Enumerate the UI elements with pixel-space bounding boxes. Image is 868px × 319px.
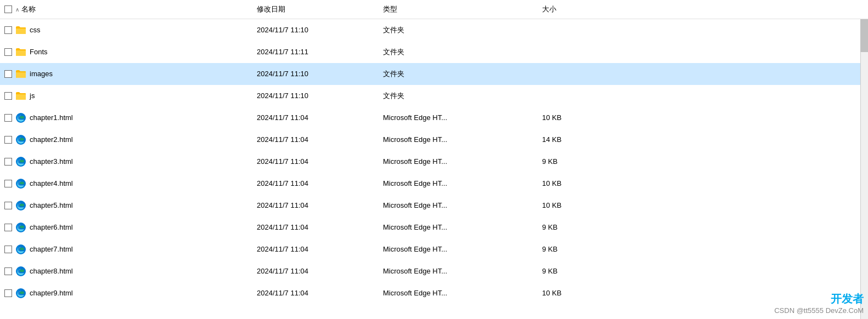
file-name: chapter9.html [30, 289, 73, 297]
col-type-header[interactable]: 类型 [379, 2, 538, 16]
cell-date: 2024/11/7 11:04 [252, 179, 379, 187]
cell-name: chapter4.html [0, 178, 252, 189]
file-name: chapter2.html [30, 135, 73, 144]
file-name: chapter4.html [30, 179, 73, 187]
table-row[interactable]: Fonts 2024/11/7 11:11 文件夹 [0, 41, 868, 63]
svg-point-15 [20, 269, 24, 272]
svg-point-17 [20, 291, 24, 294]
edge-icon [15, 134, 26, 145]
row-checkbox[interactable] [4, 48, 12, 56]
cell-name: chapter9.html [0, 288, 252, 299]
table-row[interactable]: chapter5.html 2024/11/7 11:04 Microsoft … [0, 195, 868, 217]
row-checkbox[interactable] [4, 289, 12, 297]
table-row[interactable]: chapter3.html 2024/11/7 11:04 Microsoft … [0, 151, 868, 173]
cell-type: Microsoft Edge HT... [379, 201, 538, 209]
svg-point-3 [20, 138, 24, 140]
file-name: chapter1.html [30, 113, 73, 122]
cell-date: 2024/11/7 11:04 [252, 135, 379, 144]
col-extra-header [604, 2, 868, 16]
row-checkbox[interactable] [4, 224, 12, 231]
cell-type: Microsoft Edge HT... [379, 135, 538, 144]
watermark-en-suffix: DevZe.CoM [826, 306, 864, 315]
scrollbar-track[interactable] [860, 19, 868, 319]
sort-arrow-icon: ∧ [15, 7, 19, 13]
table-row[interactable]: images 2024/11/7 11:10 文件夹 [0, 63, 868, 85]
table-row[interactable]: chapter8.html 2024/11/7 11:04 Microsoft … [0, 260, 868, 282]
cell-size: 9 KB [538, 245, 604, 253]
row-checkbox[interactable] [4, 92, 12, 100]
file-name: images [30, 70, 53, 78]
svg-point-11 [20, 225, 24, 228]
file-name: chapter8.html [30, 267, 73, 275]
svg-point-7 [20, 181, 24, 184]
folder-icon [15, 26, 26, 35]
table-row[interactable]: chapter9.html 2024/11/7 11:04 Microsoft … [0, 282, 868, 304]
cell-date: 2024/11/7 11:10 [252, 92, 379, 100]
row-checkbox[interactable] [4, 246, 12, 253]
row-checkbox[interactable] [4, 180, 12, 187]
row-checkbox[interactable] [4, 158, 12, 166]
table-row[interactable]: chapter2.html 2024/11/7 11:04 Microsoft … [0, 129, 868, 151]
cell-type: Microsoft Edge HT... [379, 179, 538, 187]
edge-icon [15, 112, 26, 123]
watermark-cn: 开发者 [774, 292, 864, 306]
header-checkbox[interactable] [4, 5, 12, 13]
cell-name: chapter1.html [0, 112, 252, 123]
cell-type: Microsoft Edge HT... [379, 267, 538, 275]
table-body: css 2024/11/7 11:10 文件夹 Fonts 2024/11/7 … [0, 19, 868, 304]
cell-date: 2024/11/7 11:10 [252, 70, 379, 78]
table-row[interactable]: chapter7.html 2024/11/7 11:04 Microsoft … [0, 238, 868, 260]
edge-icon [15, 288, 26, 299]
col-date-header[interactable]: 修改日期 [252, 2, 379, 16]
col-type-label: 类型 [383, 4, 397, 14]
row-checkbox[interactable] [4, 202, 12, 209]
cell-date: 2024/11/7 11:04 [252, 245, 379, 253]
edge-icon [15, 244, 26, 255]
col-size-header[interactable]: 大小 [538, 2, 604, 16]
row-checkbox[interactable] [4, 136, 12, 144]
table-row[interactable]: chapter1.html 2024/11/7 11:04 Microsoft … [0, 107, 868, 129]
watermark-en-prefix: CSDN @tt5555 [774, 306, 824, 315]
cell-name: chapter2.html [0, 134, 252, 145]
row-checkbox[interactable] [4, 26, 12, 34]
cell-type: Microsoft Edge HT... [379, 157, 538, 166]
col-name-header: ∧ 名称 [0, 2, 252, 16]
table-row[interactable]: chapter6.html 2024/11/7 11:04 Microsoft … [0, 217, 868, 238]
file-explorer: ∧ 名称 修改日期 类型 大小 css 2024/11/7 11:10 文件夹 [0, 0, 868, 319]
cell-type: 文件夹 [379, 91, 538, 101]
edge-icon [15, 200, 26, 211]
row-checkbox[interactable] [4, 114, 12, 122]
cell-size: 10 KB [538, 289, 604, 297]
folder-icon [15, 92, 26, 100]
cell-name: chapter7.html [0, 244, 252, 255]
table-row[interactable]: chapter4.html 2024/11/7 11:04 Microsoft … [0, 173, 868, 195]
cell-size: 10 KB [538, 113, 604, 122]
cell-name: Fonts [0, 48, 252, 56]
table-row[interactable]: css 2024/11/7 11:10 文件夹 [0, 19, 868, 41]
cell-size: 9 KB [538, 223, 604, 231]
table-row[interactable]: js 2024/11/7 11:10 文件夹 [0, 85, 868, 107]
file-name: chapter6.html [30, 223, 73, 231]
row-checkbox[interactable] [4, 267, 12, 275]
row-checkbox[interactable] [4, 70, 12, 78]
table-container: css 2024/11/7 11:10 文件夹 Fonts 2024/11/7 … [0, 19, 868, 319]
svg-point-13 [20, 247, 24, 250]
file-name: chapter7.html [30, 245, 73, 253]
cell-name: chapter6.html [0, 222, 252, 233]
table-header: ∧ 名称 修改日期 类型 大小 [0, 0, 868, 19]
cell-size: 10 KB [538, 201, 604, 209]
cell-size: 14 KB [538, 135, 604, 144]
cell-size: 9 KB [538, 267, 604, 275]
cell-name: js [0, 92, 252, 100]
cell-size: 10 KB [538, 179, 604, 187]
col-size-label: 大小 [542, 4, 556, 14]
cell-date: 2024/11/7 11:04 [252, 157, 379, 166]
cell-date: 2024/11/7 11:04 [252, 201, 379, 209]
cell-type: Microsoft Edge HT... [379, 289, 538, 297]
cell-name: chapter3.html [0, 156, 252, 167]
col-date-label: 修改日期 [257, 4, 285, 14]
cell-name: css [0, 26, 252, 35]
scrollbar-thumb[interactable] [860, 19, 868, 52]
edge-icon [15, 178, 26, 189]
edge-icon [15, 222, 26, 233]
